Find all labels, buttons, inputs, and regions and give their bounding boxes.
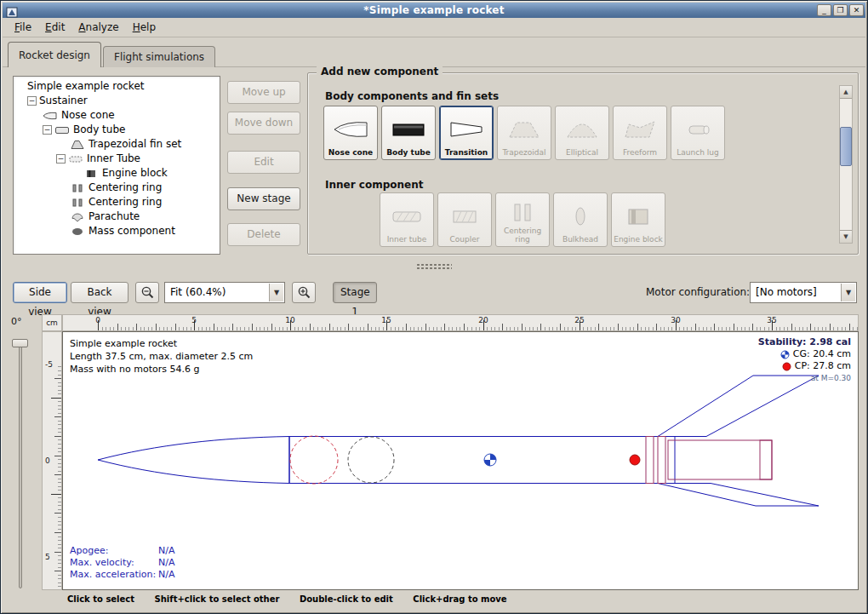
transition-icon bbox=[448, 109, 485, 149]
add-centering-ring-button[interactable]: Centering ring bbox=[495, 192, 550, 247]
body-tube-icon bbox=[54, 125, 70, 135]
max-velocity-value: N/A bbox=[158, 557, 174, 568]
collapse-icon[interactable]: − bbox=[56, 154, 66, 164]
zoom-in-button[interactable] bbox=[292, 282, 316, 303]
menu-edit[interactable]: Edit bbox=[38, 19, 71, 36]
edit-button[interactable]: Edit bbox=[227, 151, 300, 174]
ruler-tick-label: 15 bbox=[381, 316, 391, 324]
engine-block-icon bbox=[620, 196, 657, 236]
zoom-out-button[interactable] bbox=[135, 282, 159, 303]
hint-click-drag: Click+drag to move bbox=[413, 594, 506, 604]
tree-item-rocket[interactable]: Simple example rocket bbox=[14, 79, 220, 94]
menu-bar: File Edit Analyze Help bbox=[3, 18, 865, 37]
chevron-down-icon[interactable]: ▼ bbox=[269, 284, 283, 301]
launch-lug-icon bbox=[679, 109, 717, 149]
tab-rocket-design[interactable]: Rocket design bbox=[8, 42, 101, 67]
maximize-button[interactable]: ❐ bbox=[833, 4, 848, 16]
component-button-label: Bulkhead bbox=[562, 236, 598, 244]
collapse-icon[interactable]: − bbox=[27, 96, 37, 106]
elliptical-fin-icon bbox=[563, 109, 601, 149]
tree-item-mass-component[interactable]: Mass component bbox=[14, 224, 220, 238]
back-view-button[interactable]: Back view bbox=[71, 282, 128, 303]
tree-item-parachute[interactable]: Parachute bbox=[14, 209, 220, 224]
stability-info: Stability: 2.98 cal CG: 20.4 cm CP: 27.8… bbox=[758, 336, 851, 384]
rocket-canvas[interactable]: Simple example rocket Length 37.5 cm, ma… bbox=[62, 331, 859, 590]
horizontal-ruler: 0 5 10 15 20 25 30 35 bbox=[62, 314, 859, 331]
stage-1-toggle[interactable]: Stage 1 bbox=[333, 282, 377, 303]
add-inner-tube-button[interactable]: Inner tube bbox=[380, 192, 434, 247]
add-engine-block-button[interactable]: Engine block bbox=[611, 192, 665, 247]
tree-item-label: Simple example rocket bbox=[27, 79, 144, 94]
add-launch-lug-button[interactable]: Launch lug bbox=[671, 106, 725, 160]
rocket-dimensions: Length 37.5 cm, max. diameter 2.5 cm bbox=[70, 350, 253, 363]
chevron-down-icon[interactable]: ▼ bbox=[841, 284, 855, 301]
rotation-slider-track[interactable] bbox=[19, 340, 22, 588]
tree-item-centering-ring-2[interactable]: Centering ring bbox=[14, 195, 220, 209]
tree-item-centering-ring-1[interactable]: Centering ring bbox=[14, 181, 220, 195]
body-components-row: Nose cone Body tube Transition Trapezoid… bbox=[323, 106, 725, 160]
ruler-tick-label: 20 bbox=[478, 316, 488, 324]
rocket-info: Simple example rocket Length 37.5 cm, ma… bbox=[70, 337, 253, 376]
add-elliptical-fin-button[interactable]: Elliptical bbox=[555, 106, 609, 160]
add-nose-cone-button[interactable]: Nose cone bbox=[323, 106, 378, 160]
delete-button[interactable]: Delete bbox=[227, 223, 300, 246]
move-up-button[interactable]: Move up bbox=[227, 81, 300, 104]
cg-icon bbox=[780, 350, 790, 359]
stability-value: Stability: 2.98 cal bbox=[758, 336, 851, 348]
inner-tube-icon bbox=[68, 154, 83, 164]
zoom-value: Fit (60.4%) bbox=[170, 286, 267, 298]
add-component-title: Add new component bbox=[317, 66, 443, 77]
add-body-tube-button[interactable]: Body tube bbox=[381, 106, 436, 160]
motor-configuration-label: Motor configuration: bbox=[646, 286, 750, 298]
menu-file[interactable]: File bbox=[8, 19, 38, 36]
close-button[interactable]: ✕ bbox=[849, 4, 864, 16]
cp-value: CP: 27.8 cm bbox=[795, 360, 851, 372]
tree-item-label: Parachute bbox=[89, 209, 140, 224]
component-button-label: Nose cone bbox=[328, 149, 373, 158]
nose-cone-icon bbox=[332, 109, 369, 149]
zoom-select[interactable]: Fit (60.4%) ▼ bbox=[164, 282, 285, 303]
collapse-icon[interactable]: − bbox=[43, 125, 52, 135]
ruler-tick-label: 25 bbox=[574, 316, 584, 324]
splitter-dots-icon bbox=[416, 263, 452, 270]
ruler-tick-label: 10 bbox=[285, 316, 294, 324]
flight-data: Apogee:N/A Max. velocity:N/A Max. accele… bbox=[70, 545, 174, 581]
apogee-value: N/A bbox=[158, 545, 174, 556]
tab-flight-simulations[interactable]: Flight simulations bbox=[103, 46, 215, 67]
title-bar[interactable]: *Simple example rocket _ ❐ ✕ bbox=[3, 3, 865, 18]
ruler-tick-label: 35 bbox=[767, 316, 776, 324]
scroll-down-icon[interactable]: ▼ bbox=[840, 230, 852, 243]
tree-item-nose-cone[interactable]: Nose cone bbox=[14, 108, 220, 123]
zoom-out-icon bbox=[140, 285, 155, 300]
add-panel-scrollbar[interactable]: ▲ ▼ bbox=[839, 85, 853, 244]
splitter-handle[interactable] bbox=[1, 263, 867, 271]
add-trapezoidal-fin-button[interactable]: Trapezoidal bbox=[497, 106, 551, 160]
body-tube-icon bbox=[390, 109, 427, 149]
add-freeform-fin-button[interactable]: Freeform bbox=[613, 106, 667, 160]
tree-item-inner-tube[interactable]: − Inner Tube bbox=[14, 152, 220, 166]
scrollbar-thumb[interactable] bbox=[840, 127, 852, 166]
add-coupler-button[interactable]: Coupler bbox=[437, 192, 492, 247]
tree-item-engine-block[interactable]: Engine block bbox=[14, 166, 220, 181]
component-button-label: Body tube bbox=[386, 149, 431, 158]
component-button-label: Transition bbox=[445, 149, 488, 158]
menu-help[interactable]: Help bbox=[126, 19, 163, 36]
move-down-button[interactable]: Move down bbox=[227, 112, 300, 135]
minimize-button[interactable]: _ bbox=[817, 4, 831, 16]
rotation-slider-handle[interactable] bbox=[12, 339, 28, 347]
inner-tube-icon bbox=[388, 196, 425, 236]
side-view-button[interactable]: Side view bbox=[13, 282, 67, 303]
component-button-label: Elliptical bbox=[566, 149, 598, 158]
tree-item-sustainer[interactable]: − Sustainer bbox=[14, 94, 220, 108]
add-bulkhead-button[interactable]: Bulkhead bbox=[553, 192, 608, 247]
new-stage-button[interactable]: New stage bbox=[227, 187, 300, 210]
motor-configuration-select[interactable]: [No motors] ▼ bbox=[750, 282, 857, 303]
scroll-up-icon[interactable]: ▲ bbox=[840, 86, 852, 99]
fin-icon bbox=[70, 140, 85, 150]
tree-item-body-tube[interactable]: − Body tube bbox=[14, 123, 220, 137]
nose-cone-icon bbox=[43, 111, 58, 121]
tree-item-fin-set[interactable]: Trapezoidal fin set bbox=[14, 137, 220, 152]
component-button-label: Trapezoidal bbox=[502, 149, 545, 158]
menu-analyze[interactable]: Analyze bbox=[71, 19, 125, 36]
add-transition-button[interactable]: Transition bbox=[439, 106, 494, 160]
